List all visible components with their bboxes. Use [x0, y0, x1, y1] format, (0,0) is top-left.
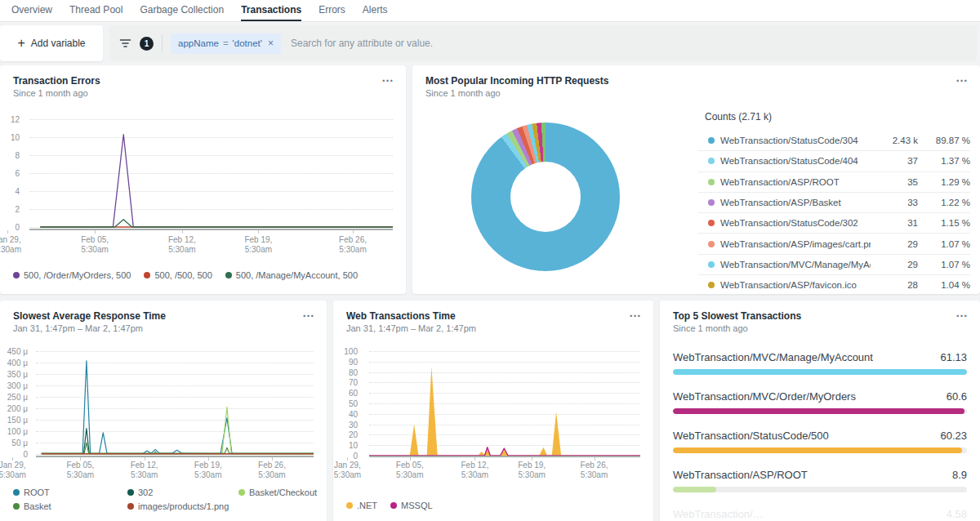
- panel-menu-icon[interactable]: …: [302, 305, 315, 319]
- bar-track: [673, 448, 967, 453]
- search-input[interactable]: [289, 37, 967, 50]
- request-row[interactable]: WebTransaction/ASP/ROOT 35 1.29 %: [698, 172, 970, 193]
- legend-item[interactable]: Basket/Checkout: [238, 487, 317, 498]
- filter-search-bar: 1 appName = 'dotnet' ×: [109, 25, 977, 61]
- panel-menu-icon[interactable]: …: [956, 70, 969, 84]
- panel-title: Most Popular Incoming HTTP Requests: [425, 75, 608, 87]
- panel-title: Top 5 Slowest Transactions: [673, 310, 801, 322]
- request-row[interactable]: WebTransaction/ASP/images/cart.png 29 1.…: [698, 234, 970, 254]
- tab-errors[interactable]: Errors: [318, 0, 345, 21]
- legend-dot: [144, 272, 150, 278]
- y-axis-labels: 121086420: [0, 119, 24, 227]
- legend-item[interactable]: Basket: [13, 501, 114, 512]
- bar-fill: [673, 369, 967, 375]
- chip-field: appName: [178, 38, 219, 48]
- chart-legend: 500, /Order/MyOrders, 500500, /500, 5005…: [13, 269, 358, 281]
- bar-fill: [673, 408, 964, 414]
- legend-dot: [708, 261, 715, 268]
- top5-bar-list: WebTransaction/MVC/Manage/MyAccount 61.1…: [673, 350, 967, 521]
- legend-item[interactable]: 500, /Manage/MyAccount, 500: [225, 269, 358, 281]
- panel-subtitle: Jan 31, 1:47pm – Mar 2, 1:47pm: [13, 323, 143, 333]
- request-row[interactable]: WebTransaction/StatusCode/302 31 1.15 %: [698, 213, 970, 234]
- response-time-line-chart: [36, 351, 314, 454]
- legend-item[interactable]: images/products/1.png: [127, 501, 225, 512]
- legend-item[interactable]: 500, /500, 500: [144, 269, 212, 281]
- legend-item[interactable]: .NET: [346, 500, 377, 511]
- chip-close-icon[interactable]: ×: [268, 38, 274, 49]
- y-axis-labels: 1009080706050403020100: [333, 351, 363, 456]
- bar-fill: [673, 487, 716, 492]
- panel-title: Transaction Errors: [13, 75, 100, 87]
- x-axis-labels: Jan 29,5:30amFeb 05,5:30amFeb 12,5:30amF…: [36, 461, 314, 482]
- plus-icon: +: [17, 37, 24, 50]
- request-row[interactable]: WebTransaction/MVC/Manage/MyAccou… 29 1.…: [698, 255, 970, 275]
- x-axis-line: [369, 456, 640, 457]
- tab-garbage-collection[interactable]: Garbage Collection: [140, 0, 224, 21]
- request-row[interactable]: WebTransaction/ASP/favicon.ico 28 1.04 %: [698, 275, 970, 296]
- requests-table: Counts (2.71 k) WebTransaction/StatusCod…: [698, 111, 970, 296]
- request-row[interactable]: WebTransaction/StatusCode/304 2.43 k 89.…: [698, 131, 970, 151]
- request-row[interactable]: WebTransaction/ASP/Basket 33 1.22 %: [698, 193, 970, 213]
- filter-count-badge: 1: [140, 37, 154, 51]
- panel-title: Web Transactions Time: [346, 310, 456, 322]
- transaction-name: WebTransaction/…: [673, 508, 764, 520]
- transaction-bar-row: WebTransaction/MVC/Manage/MyAccount 61.1…: [673, 350, 967, 375]
- transaction-bar-row: WebTransaction/StatusCode/500 60.23: [673, 428, 967, 453]
- legend-dot: [346, 502, 353, 509]
- tab-thread-pool[interactable]: Thread Pool: [69, 0, 122, 21]
- transaction-bar-row: WebTransaction/… 4.58: [673, 506, 967, 521]
- counts-header: Counts (2.71 k): [705, 111, 970, 124]
- x-axis-line: [29, 229, 393, 230]
- panel-transaction-errors: Transaction Errors Since 1 month ago … 1…: [0, 65, 406, 294]
- donut-chart[interactable]: [471, 122, 620, 271]
- legend-dot: [708, 241, 715, 247]
- donut-hole: [510, 162, 581, 232]
- transaction-name: WebTransaction/MVC/Manage/MyAccount: [673, 351, 873, 363]
- chip-value: 'dotnet': [233, 38, 262, 48]
- legend-item[interactable]: 500, /Order/MyOrders, 500: [13, 269, 131, 281]
- legend-item[interactable]: 302: [127, 487, 225, 498]
- errors-line-chart: [29, 119, 393, 227]
- top-nav: Overview Thread Pool Garbage Collection …: [0, 0, 980, 22]
- request-row[interactable]: WebTransaction/StatusCode/404 37 1.37 %: [698, 151, 970, 171]
- transaction-value: 4.58: [947, 508, 967, 520]
- filter-chip-appname[interactable]: appName = 'dotnet' ×: [171, 33, 281, 54]
- legend-item[interactable]: ROOT: [13, 487, 114, 498]
- legend-dot: [708, 220, 715, 226]
- legend-dot: [708, 137, 715, 144]
- legend-item[interactable]: MSSQL: [390, 500, 433, 511]
- tab-alerts[interactable]: Alerts: [363, 0, 388, 21]
- transaction-name: WebTransaction/ASP/ROOT: [673, 469, 808, 481]
- x-axis-labels: Jan 29,5:30amFeb 05,5:30amFeb 12,5:30amF…: [29, 235, 393, 256]
- chip-operator: =: [223, 38, 229, 48]
- transaction-bar-row: WebTransaction/ASP/ROOT 8.9: [673, 467, 967, 492]
- tab-overview[interactable]: Overview: [11, 0, 52, 21]
- add-variable-button[interactable]: + Add variable: [0, 25, 103, 61]
- panel-top5-slowest: Top 5 Slowest Transactions Since 1 month…: [660, 301, 980, 521]
- filter-funnel-icon[interactable]: [119, 38, 131, 48]
- panel-subtitle: Since 1 month ago: [425, 88, 501, 98]
- panel-menu-icon[interactable]: …: [381, 70, 394, 84]
- bar-track: [673, 369, 967, 375]
- transaction-value: 8.9: [952, 469, 967, 481]
- panel-menu-icon[interactable]: …: [629, 305, 642, 319]
- transaction-name: WebTransaction/StatusCode/500: [673, 430, 829, 442]
- bar-fill: [673, 448, 962, 453]
- bar-track: [673, 487, 967, 492]
- legend-dot: [390, 502, 397, 509]
- panel-slowest-avg-response: Slowest Average Response Time Jan 31, 1:…: [0, 301, 327, 521]
- panel-menu-icon[interactable]: …: [956, 305, 969, 319]
- legend-dot: [708, 179, 715, 185]
- legend-dot: [708, 282, 715, 288]
- divider: [162, 34, 163, 52]
- x-axis-line: [36, 456, 314, 457]
- legend-dot: [708, 158, 715, 164]
- tab-transactions[interactable]: Transactions: [241, 0, 301, 21]
- x-axis-labels: Jan 29,5:30amFeb 05,5:30amFeb 12,5:30amF…: [369, 461, 640, 482]
- legend-dot: [225, 272, 232, 278]
- legend-dot: [13, 272, 20, 278]
- panel-web-transactions-time: Web Transactions Time Jan 31, 1:47pm – M…: [333, 301, 653, 521]
- panel-http-requests: Most Popular Incoming HTTP Requests Sinc…: [412, 65, 980, 294]
- legend-dot: [127, 503, 134, 510]
- transaction-bar-row: WebTransaction/MVC/Order/MyOrders 60.6: [673, 389, 967, 414]
